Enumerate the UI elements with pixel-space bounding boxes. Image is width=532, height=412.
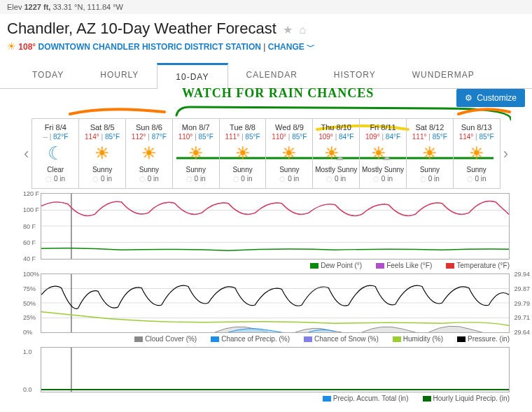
sun-icon: ☀ [7,41,16,52]
legend-item: Chance of Precip. (%) [204,335,290,343]
weather-icon: ☀ [221,143,265,163]
legend-item: Dew Point (°) [303,262,362,269]
gear-icon: ⚙ [465,93,472,103]
tab-today[interactable]: TODAY [14,63,82,88]
day-condition: Mostly Sunny [314,166,358,173]
day-precip: ◌ 0 in [34,175,77,183]
day-precip: ◌ 0 in [314,175,358,183]
station-link[interactable]: DOWNTOWN CHANDLER HISTORIC DISTRICT STAT… [38,42,261,52]
weather-icon: ☀ [455,143,498,163]
day-temps: 110° | 85°F [267,133,311,141]
day-temps: -- | 82°F [34,133,77,141]
legend-item: Precip. Accum. Total (in) [316,395,409,402]
day-date: Fri 8/4 [34,123,77,132]
forecast-day[interactable]: Wed 8/9 110° | 85°F ☀ Sunny ◌ 0 in [265,119,312,188]
weather-icon: ☀ [127,143,171,163]
temperature-legend: Dew Point (°)Feels Like (°F)Temperature … [41,262,510,269]
days-prev-arrow[interactable]: ‹ [21,145,31,163]
day-date: Fri 8/11 [361,123,405,132]
precip-legend: Precip. Accum. Total (in)Hourly Liquid P… [41,395,510,402]
weather-icon: ☾ [34,143,77,163]
tab-hourly[interactable]: HOURLY [82,63,157,88]
humidity-pressure-chart: 100% 75% 50% 25% 0% 29.94 29.87 29.79 29… [41,274,510,333]
tab-history[interactable]: HISTORY [316,63,394,88]
weather-icon: ☀☁ [314,143,358,163]
day-precip: ◌ 0 in [361,175,405,183]
day-precip: ◌ 0 in [408,175,451,183]
day-temps: 112° | 87°F [127,133,171,141]
favorite-icon[interactable]: ★ [283,23,293,36]
page-header: Chandler, AZ 10-Day Weather Forecast ★ ⌂… [0,14,532,57]
day-condition: Sunny [221,166,265,173]
day-date: Sun 8/6 [127,123,171,132]
day-condition: Sunny [267,166,311,173]
annotation-text: WATCH FOR RAIN CHANCES [182,86,374,101]
legend-item: Hourly Liquid Precip. (in) [416,395,510,402]
temperature-chart: 120 F 100 F 80 F 60 F 40 F [41,193,510,260]
legend-item: Chance of Snow (%) [297,335,379,343]
legend-item: Humidity (%) [386,335,443,343]
day-date: Sun 8/13 [455,123,498,132]
tab-10day[interactable]: 10-DAY [157,63,227,89]
day-condition: Clear [34,166,77,173]
chevron-down-icon: ﹀ [307,42,315,52]
legend-item: Feels Like (°F) [369,262,432,269]
weather-icon: ☀ [408,143,451,163]
forecast-day[interactable]: Fri 8/11 109° | 84°F ☀☁ Mostly Sunny ◌ 0… [359,119,406,188]
day-temps: 110° | 85°F [174,133,218,141]
day-condition: Sunny [80,166,124,173]
forecast-day[interactable]: Sun 8/6 112° | 87°F ☀ Sunny ◌ 0 in [125,119,172,188]
precip-chart: 1.0 0.0 [41,347,510,392]
day-date: Wed 8/9 [267,123,311,132]
days-next-arrow[interactable]: › [500,145,511,163]
forecast-day[interactable]: Thu 8/10 109° | 84°F ☀☁ Mostly Sunny ◌ 0… [312,119,359,188]
tab-calendar[interactable]: CALENDAR [228,63,316,88]
day-temps: 114° | 85°F [455,133,498,141]
customize-button[interactable]: ⚙ Customize [456,89,525,107]
tab-wundermap[interactable]: WUNDERMAP [394,63,493,88]
day-date: Sat 8/5 [80,123,124,132]
day-temps: 111° | 85°F [408,133,451,141]
day-condition: Sunny [455,166,498,173]
weather-icon: ☀ [80,143,124,163]
forecast-content: WATCH FOR RAIN CHANCES ⚙ Customize ‹ Fri… [0,89,532,409]
forecast-day[interactable]: Tue 8/8 111° | 85°F ☀ Sunny ◌ 0 in [219,119,266,188]
tabs: TODAY HOURLY 10-DAY CALENDAR HISTORY WUN… [0,63,532,89]
day-precip: ◌ 0 in [221,175,265,183]
elev-value: 1227 ft, [24,3,50,11]
weather-icon: ☀ [174,143,218,163]
legend-item: Pressure. (in) [450,335,510,343]
day-precip: ◌ 0 in [80,175,124,183]
day-condition: Sunny [174,166,218,173]
day-date: Tue 8/8 [221,123,265,132]
elev-label: Elev [7,3,22,11]
change-station-link[interactable]: CHANGE ﹀ [268,42,315,52]
day-temps: 111° | 85°F [221,133,265,141]
day-precip: ◌ 0 in [267,175,311,183]
day-precip: ◌ 0 in [127,175,171,183]
legend-item: Temperature (°F) [439,262,510,269]
forecast-days: Fri 8/4 -- | 82°F ☾ Clear ◌ 0 in Sat 8/5… [31,118,500,189]
current-temp: 108° [18,42,36,52]
day-precip: ◌ 0 in [174,175,218,183]
day-temps: 109° | 84°F [314,133,358,141]
legend-item: Cloud Cover (%) [127,335,197,343]
humidity-legend: Cloud Cover (%)Chance of Precip. (%)Chan… [41,335,510,343]
page-title: Chandler, AZ 10-Day Weather Forecast [7,20,276,38]
day-temps: 109° | 84°F [361,133,405,141]
weather-icon: ☀ [267,143,311,163]
day-date: Thu 8/10 [314,123,358,132]
forecast-day[interactable]: Sat 8/5 114° | 85°F ☀ Sunny ◌ 0 in [78,119,125,188]
day-date: Mon 8/7 [174,123,218,132]
day-condition: Sunny [127,166,171,173]
coords: 33.31 °N, 111.84 °W [52,3,123,11]
weather-icon: ☀☁ [361,143,405,163]
day-precip: ◌ 0 in [455,175,498,183]
forecast-day[interactable]: Sun 8/13 114° | 85°F ☀ Sunny ◌ 0 in [453,119,500,188]
day-condition: Sunny [408,166,451,173]
forecast-day[interactable]: Sat 8/12 111° | 85°F ☀ Sunny ◌ 0 in [406,119,453,188]
forecast-day[interactable]: Mon 8/7 110° | 85°F ☀ Sunny ◌ 0 in [172,119,219,188]
elevation-bar: Elev 1227 ft, 33.31 °N, 111.84 °W [0,0,532,14]
home-icon[interactable]: ⌂ [299,24,306,36]
forecast-day[interactable]: Fri 8/4 -- | 82°F ☾ Clear ◌ 0 in [31,119,78,188]
